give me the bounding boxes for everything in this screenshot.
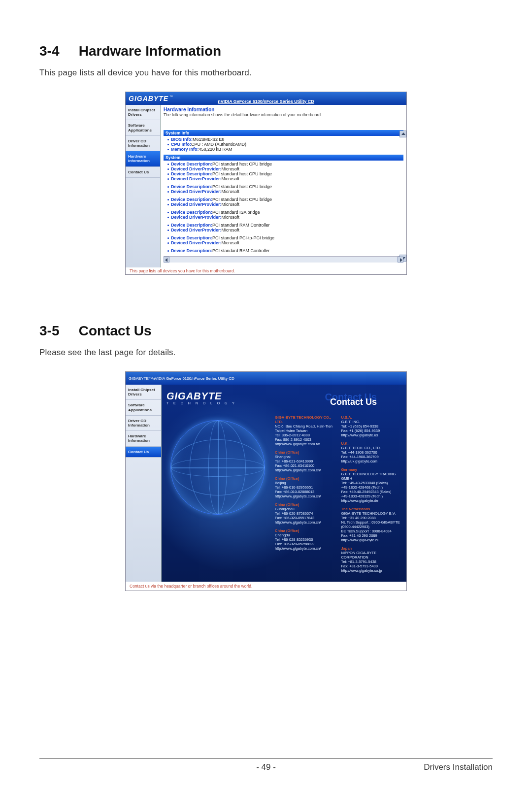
contact-line: Fax: +86-021-63410100 [275, 463, 335, 468]
contact-group-head: China (Office) [275, 450, 335, 455]
contact-group: U.K.G.B.T. TECH. CO., LTD.Tel: +44-1908-… [341, 441, 402, 463]
contact-line: Taipei Hsien Taiwan [275, 428, 335, 433]
brand-text: GIGABYTE [129, 95, 168, 102]
contact-line: Tel: 886-2-8912 4888 [275, 433, 335, 437]
brand-text: GIGABYTE [129, 376, 149, 381]
nav-install[interactable]: Install Chipset Drivers [126, 105, 160, 120]
section-title: Hardware Information [79, 43, 221, 59]
section-number: 3-4 [39, 43, 75, 59]
page-footer: - 49 - Drivers Installation [39, 762, 493, 772]
system-header: System [164, 155, 403, 161]
nav-drivercd[interactable]: Driver CD Information [126, 136, 160, 151]
app-titlebar: GIGABYTE™ nVIDIA GeForce 6100/nForce Ser… [126, 372, 406, 385]
nav-hardware[interactable]: Hardware Information [126, 431, 161, 446]
contact-line: http://www.gigabyte.us [341, 433, 402, 437]
contact-line: NO.6, Bau Chiang Road, Hsin-Tien [275, 424, 335, 428]
contact-line: +49-1803-428468 (Tech.) [341, 485, 402, 490]
contact-line: Tel: +1 (626) 854-9338 [341, 424, 402, 428]
contact-heading: Contact Us Contact Us [325, 392, 377, 407]
cpu-value: CPU : AMD (AuthenticAMD) [191, 142, 246, 147]
contact-caption: Contact us via the headquarter or branch… [126, 582, 406, 591]
contact-group: GIGA-BYTE TECHNOLOGY CO., LTD.NO.6, Bau … [275, 415, 335, 446]
hardware-info-screenshot: GIGABYTE™ nVIDIA GeForce 6100/nForce Ser… [125, 92, 407, 275]
scroll-left-icon[interactable] [164, 257, 169, 263]
contact-line: Tel: +86-021-63410999 [275, 459, 335, 463]
app-subtitle: nVIDIA GeForce 6100/nForce Series Utilit… [153, 376, 234, 381]
scroll-right-icon[interactable] [398, 257, 403, 263]
nav-install[interactable]: Install Chipset Drivers [126, 385, 161, 400]
contact-line: http://www.gigabyte.com.tw [275, 442, 335, 446]
contact-line: G.B.T. TECH. CO., LTD. [341, 446, 402, 450]
mem-value: 458,220 kB RAM [199, 147, 233, 152]
contact-group: China (Office)BeijingTel: +86-010-829566… [275, 476, 335, 498]
cpu-label: CPU Info: [171, 142, 191, 147]
scroll-up-icon[interactable] [399, 131, 406, 137]
contact-line: Tel: +49-40-2533040 (Sales) [341, 481, 402, 485]
contact-group-head: U.S.A. [341, 415, 402, 420]
hw-main-pane: Hardware Information The following infor… [161, 105, 406, 267]
contact-line: Tel: +44-1908-362700 [341, 450, 402, 455]
contact-line: G.B.T. INC. [341, 420, 402, 424]
contact-group: The NetherlandsGIGA-BYTE TECHNOLOGY B.V.… [341, 507, 402, 542]
horizontal-scrollbar[interactable] [164, 256, 403, 263]
contact-line: Tel: +86-028-85236930 [275, 537, 335, 542]
contact-us-screenshot: GIGABYTE™ nVIDIA GeForce 6100/nForce Ser… [125, 371, 407, 591]
nav-software[interactable]: Software Applications [126, 120, 160, 135]
contact-line: http://www.gigabyte.com.cn/ [275, 494, 335, 498]
nav-contact[interactable]: Contact Us [126, 447, 161, 458]
contact-line: GuangZhou [275, 507, 335, 511]
contact-line: Fax: +86-028-85256822 [275, 542, 335, 546]
contact-group: China (Office)GuangZhouTel: +86-020-8758… [275, 502, 335, 525]
contact-line: Tel: +81-3-5791-5438 [341, 560, 402, 564]
contact-group-head: Germany [341, 467, 402, 472]
contact-line: Fax: +44-1908-362709 [341, 455, 402, 459]
contact-line: http://www.gigabyte.com.cn/ [275, 468, 335, 472]
contact-group: China (Office)ChengduTel: +86-028-852369… [275, 528, 335, 551]
contact-group-head: Japan [341, 546, 402, 551]
brand-large-text: GIGABYTE [166, 391, 222, 401]
contact-line: Shanghai [275, 455, 335, 459]
nav-hardware[interactable]: Hardware Information [126, 151, 160, 166]
contact-columns: GIGA-BYTE TECHNOLOGY CO., LTD.NO.6, Bau … [275, 415, 401, 577]
contact-group-head: The Netherlands [341, 507, 402, 511]
contact-line: http://www.gigabyte.com.cn/ [275, 520, 335, 525]
contact-line: http://www.gigabyte.de [341, 498, 402, 503]
nav-software[interactable]: Software Applications [126, 400, 161, 415]
contact-line: Tel: +86-020-87586074 [275, 511, 335, 516]
contact-line: Fax: +86-010-82888013 [275, 490, 335, 494]
contact-line: http://www.gigabyte.com.cn/ [275, 546, 335, 551]
contact-line: Tel: +86-010-82956651 [275, 485, 335, 490]
footer-section: Drivers Installation [424, 762, 493, 772]
contact-line: +49-1803-428329 (Tech.) [341, 494, 402, 498]
contact-line: NL Tech.Support : 0900-GIGABYTE (0900-44… [341, 520, 402, 529]
hw-title: Hardware Information [164, 107, 403, 112]
bios-value: M61SME-S2 E8 [193, 137, 225, 142]
contact-group: GermanyG.B.T. TECHNOLOGY TRADING GMBHTel… [341, 467, 402, 503]
contact-group-head: GIGA-BYTE TECHNOLOGY CO., LTD. [275, 415, 335, 424]
contact-line: Beijing [275, 481, 335, 485]
app-titlebar: GIGABYTE™ nVIDIA GeForce 6100/nForce Ser… [126, 92, 406, 105]
contact-line: Fax: +49-40-25492343 (Sales) [341, 490, 402, 494]
section-3-5-intro: Please see the last page for details. [39, 348, 493, 358]
page-number: - 49 - [256, 762, 276, 772]
hw-caption: This page lists all devices you have for… [126, 267, 406, 274]
side-nav: Install Chipset Drivers Software Applica… [126, 105, 161, 267]
nav-contact[interactable]: Contact Us [126, 167, 160, 178]
contact-line: Fax: 886-2-8912 4003 [275, 437, 335, 442]
system-info-list: BIOS Info:M61SME-S2 E8 CPU Info:CPU : AM… [167, 137, 403, 152]
nav-drivercd[interactable]: Driver CD Information [126, 416, 161, 431]
hw-desc: The following information shows the deta… [164, 112, 403, 117]
contact-line: Tel: +31 40 290 2088 [341, 516, 402, 520]
contact-line: BE Tech.Support : 0900-84034 [341, 529, 402, 533]
section-3-4-heading: 3-4 Hardware Information [39, 43, 493, 59]
contact-line: http://www.gigabyte.co.jp [341, 568, 402, 573]
heading-main: Contact Us [325, 397, 377, 407]
section-3-5-heading: 3-5 Contact Us [39, 323, 493, 339]
contact-group-head: U.K. [341, 441, 402, 446]
contact-line: http://www.giga-byte.nl [341, 538, 402, 542]
contact-group: China (Office)ShanghaiTel: +86-021-63410… [275, 450, 335, 472]
contact-line: Fax: +31 40 290 2089 [341, 533, 402, 538]
system-info-header: System Info [164, 130, 403, 136]
contact-group-head: China (Office) [275, 528, 335, 533]
contact-line: Fax: +81-3-5791-5439 [341, 564, 402, 568]
